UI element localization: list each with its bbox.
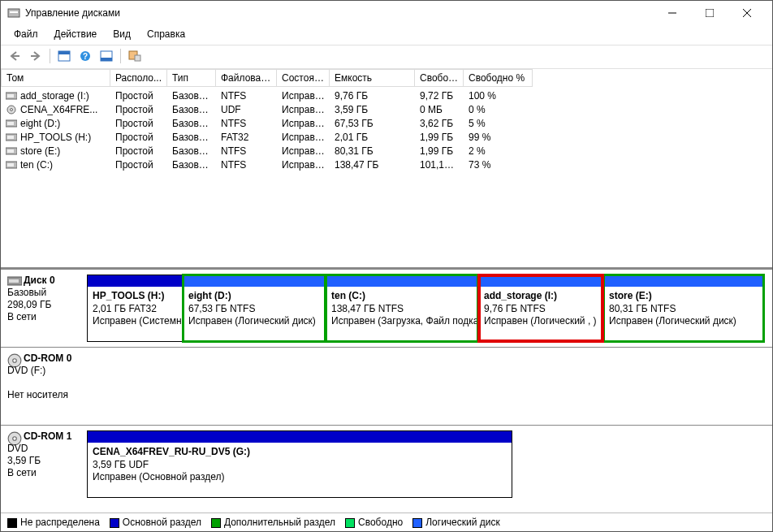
volume-fs: NTFS bbox=[216, 90, 277, 102]
col-volume[interactable]: Том bbox=[1, 69, 110, 87]
volume-capacity: 138,47 ГБ bbox=[330, 159, 415, 171]
col-freepct[interactable]: Свободно % bbox=[464, 69, 533, 87]
volume-list-header: Том Располо... Тип Файловая с... Состоян… bbox=[1, 69, 772, 87]
svg-rect-1 bbox=[10, 11, 18, 13]
help-icon[interactable]: ? bbox=[76, 47, 94, 65]
partition-ten[interactable]: ten (C:)138,47 ГБ NTFSИсправен (Загрузка… bbox=[326, 275, 478, 342]
volume-name: eight (D:) bbox=[20, 118, 60, 129]
forward-button[interactable] bbox=[27, 47, 45, 65]
svg-point-31 bbox=[13, 359, 17, 363]
disk-row-0[interactable]: Диск 0 Базовый 298,09 ГБ В сети HP_TOOLS… bbox=[1, 269, 772, 347]
legend-extended: Дополнительный раздел bbox=[211, 517, 335, 528]
partition-add-storage[interactable]: add_storage (I:)9,76 ГБ NTFSИсправен (Ло… bbox=[478, 275, 603, 342]
volume-capacity: 67,53 ГБ bbox=[330, 118, 415, 129]
volume-icon bbox=[6, 160, 17, 170]
volume-list: Том Располо... Тип Файловая с... Состоян… bbox=[1, 69, 772, 269]
svg-rect-23 bbox=[7, 136, 14, 139]
svg-text:?: ? bbox=[83, 52, 88, 61]
partition-eight[interactable]: eight (D:)67,53 ГБ NTFSИсправен (Логичес… bbox=[183, 275, 326, 342]
volume-row[interactable]: store (E:)ПростойБазовыйNTFSИсправен...8… bbox=[1, 144, 772, 158]
back-button[interactable] bbox=[6, 47, 24, 65]
svg-rect-15 bbox=[135, 55, 140, 61]
volume-type: Базовый bbox=[167, 90, 216, 102]
volume-freepct: 73 % bbox=[464, 159, 533, 171]
volume-freepct: 2 % bbox=[464, 145, 533, 157]
partition-store[interactable]: store (E:)80,31 ГБ NTFSИсправен (Логичес… bbox=[603, 275, 764, 342]
partition-title: add_storage (I:) bbox=[484, 290, 557, 301]
col-free[interactable]: Свобод... bbox=[415, 69, 464, 87]
partition-title: eight (D:) bbox=[188, 290, 231, 301]
menu-file[interactable]: Файл bbox=[7, 27, 45, 41]
volume-row[interactable]: HP_TOOLS (H:)ПростойБазовыйFAT32Исправен… bbox=[1, 130, 772, 144]
svg-point-33 bbox=[13, 437, 17, 441]
volume-status: Исправен... bbox=[277, 104, 330, 115]
disk-empty: Нет носителя bbox=[7, 389, 68, 400]
graphical-view: Диск 0 Базовый 298,09 ГБ В сети HP_TOOLS… bbox=[1, 269, 772, 513]
view-top-icon[interactable] bbox=[55, 47, 73, 65]
volume-free: 3,62 ГБ bbox=[415, 118, 464, 129]
volume-fs: FAT32 bbox=[216, 132, 277, 143]
svg-rect-17 bbox=[7, 94, 14, 97]
toolbar-separator bbox=[50, 49, 50, 63]
volume-type: Базовый bbox=[167, 159, 216, 171]
view-bottom-icon[interactable] bbox=[97, 47, 115, 65]
legend-unallocated: Не распределена bbox=[7, 517, 100, 528]
volume-type: Базовый bbox=[167, 118, 216, 129]
volume-icon bbox=[6, 105, 17, 115]
partition-status: Исправен (Логический , ) bbox=[484, 315, 597, 327]
disk-type: Базовый bbox=[7, 287, 46, 298]
menu-help[interactable]: Справка bbox=[140, 27, 192, 41]
menu-action[interactable]: Действие bbox=[48, 27, 104, 41]
disk-row-cdrom0[interactable]: CD-ROM 0 DVD (F:) Нет носителя bbox=[1, 347, 772, 425]
volume-row[interactable]: ten (C:)ПростойБазовыйNTFSИсправен...138… bbox=[1, 158, 772, 171]
disk-row-cdrom1[interactable]: CD-ROM 1 DVD 3,59 ГБ В сети CENA_X64FREV… bbox=[1, 425, 772, 503]
title-bar: Управление дисками bbox=[1, 1, 772, 25]
partition-cena[interactable]: CENA_X64FREV_RU-RU_DV5 (G:)3,59 ГБ UDFИс… bbox=[87, 430, 512, 498]
disk-type: DVD bbox=[7, 443, 28, 454]
col-status[interactable]: Состояние bbox=[277, 69, 330, 87]
menu-bar: Файл Действие Вид Справка bbox=[1, 25, 772, 45]
svg-rect-25 bbox=[7, 149, 14, 153]
volume-row[interactable]: CENA_X64FRE...ПростойБазовыйUDFИсправен.… bbox=[1, 102, 772, 116]
disk-info: Диск 0 Базовый 298,09 ГБ В сети bbox=[1, 270, 85, 347]
col-layout[interactable]: Располо... bbox=[110, 69, 167, 87]
maximize-button[interactable] bbox=[691, 1, 728, 25]
partition-status: Исправен (Загрузка, Файл подкачки) bbox=[331, 315, 477, 327]
partition-header bbox=[326, 275, 477, 287]
volume-type: Базовый bbox=[167, 132, 216, 143]
disk-size: 298,09 ГБ bbox=[7, 299, 51, 310]
partition-hp-tools[interactable]: HP_TOOLS (H:)2,01 ГБ FAT32Исправен (Сист… bbox=[87, 275, 183, 342]
close-button[interactable] bbox=[728, 1, 766, 25]
cdrom-icon bbox=[7, 353, 22, 365]
col-filesystem[interactable]: Файловая с... bbox=[216, 69, 277, 87]
minimize-button[interactable] bbox=[654, 1, 691, 25]
volume-name: store (E:) bbox=[20, 145, 60, 157]
svg-rect-9 bbox=[58, 51, 70, 54]
volume-capacity: 80,31 ГБ bbox=[330, 145, 415, 157]
menu-view[interactable]: Вид bbox=[106, 27, 137, 41]
volume-layout: Простой bbox=[110, 132, 167, 143]
volume-icon bbox=[6, 132, 17, 142]
partition-status: Исправен (Основной раздел) bbox=[93, 471, 224, 482]
col-type[interactable]: Тип bbox=[167, 69, 216, 87]
volume-row[interactable]: add_storage (I:)ПростойБазовыйNTFSИсправ… bbox=[1, 89, 772, 102]
toolbar-separator bbox=[120, 49, 121, 63]
legend: Не распределена Основной раздел Дополнит… bbox=[1, 513, 772, 531]
volume-free: 9,72 ГБ bbox=[415, 90, 464, 102]
volume-icon bbox=[6, 119, 17, 128]
col-capacity[interactable]: Емкость bbox=[330, 69, 415, 87]
disk-status: В сети bbox=[7, 311, 37, 322]
partition-size: 67,53 ГБ NTFS bbox=[188, 303, 255, 314]
volume-free: 101,12 ГБ bbox=[415, 159, 464, 171]
disk-info: CD-ROM 0 DVD (F:) Нет носителя bbox=[1, 348, 85, 425]
volume-layout: Простой bbox=[110, 159, 167, 171]
volume-icon bbox=[6, 146, 17, 156]
svg-rect-21 bbox=[7, 122, 14, 125]
volume-row[interactable]: eight (D:)ПростойБазовыйNTFSИсправен...6… bbox=[1, 116, 772, 130]
disk-partitions: CENA_X64FREV_RU-RU_DV5 (G:)3,59 ГБ UDFИс… bbox=[85, 426, 772, 503]
volume-icon bbox=[6, 91, 17, 101]
settings-icon[interactable] bbox=[126, 47, 144, 65]
svg-point-19 bbox=[11, 109, 13, 111]
partition-status: Исправен (Логический диск) bbox=[188, 315, 316, 327]
disk-name: CD-ROM 0 bbox=[24, 353, 71, 364]
